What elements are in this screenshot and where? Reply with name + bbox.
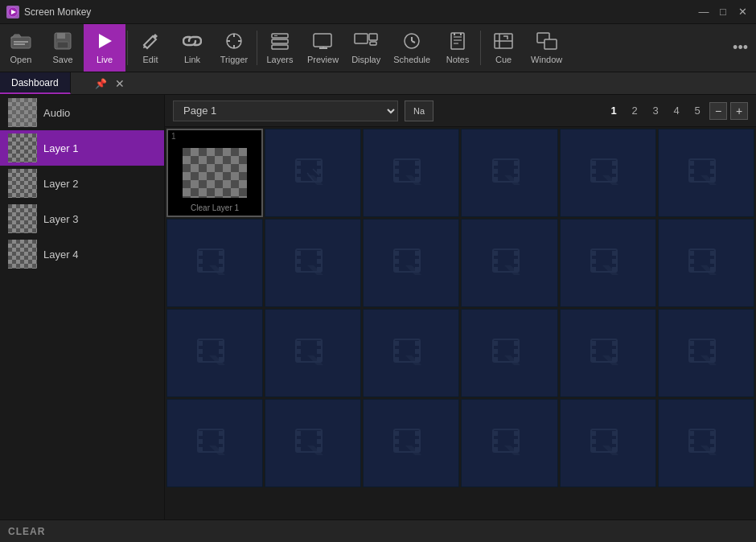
- table-row[interactable]: [461, 399, 557, 487]
- svg-rect-46: [394, 161, 399, 166]
- sidebar-item-layer1[interactable]: Layer 1: [0, 130, 164, 166]
- cue-button[interactable]: Cue: [483, 24, 524, 72]
- svg-rect-176: [415, 439, 420, 444]
- svg-rect-131: [394, 349, 399, 354]
- table-row[interactable]: [265, 219, 361, 307]
- svg-rect-53: [493, 161, 498, 166]
- svg-rect-174: [394, 447, 399, 452]
- layer4-thumb: [8, 240, 37, 269]
- link-button[interactable]: Link: [171, 24, 213, 72]
- app-icon: [6, 6, 19, 18]
- table-row[interactable]: [560, 399, 656, 487]
- svg-rect-37: [296, 161, 301, 166]
- svg-rect-88: [394, 251, 399, 256]
- grid-wrapper[interactable]: 1 Clear Layer 1: [165, 127, 756, 519]
- svg-rect-113: [710, 259, 715, 264]
- title-bar: Screen Monkey — □ ✕: [0, 0, 756, 24]
- svg-rect-83: [296, 267, 301, 272]
- film-icon: [686, 423, 726, 463]
- table-row[interactable]: [658, 219, 754, 307]
- close-tab-icon[interactable]: ✕: [115, 77, 125, 90]
- notes-button[interactable]: Notes: [437, 24, 479, 72]
- edit-button[interactable]: Edit: [129, 24, 171, 72]
- svg-rect-68: [689, 169, 694, 174]
- table-row[interactable]: [363, 309, 459, 397]
- film-icon: [391, 243, 431, 283]
- page-num-3[interactable]: 3: [647, 102, 664, 120]
- sidebar-item-layer2[interactable]: Layer 2: [0, 166, 164, 201]
- trigger-button[interactable]: Trigger: [213, 24, 255, 72]
- svg-rect-55: [493, 177, 498, 182]
- svg-rect-103: [591, 259, 596, 264]
- app-title: Screen Monkey: [24, 6, 696, 18]
- table-row[interactable]: [166, 219, 263, 307]
- film-icon: [686, 153, 726, 193]
- table-row[interactable]: [166, 309, 263, 397]
- svg-rect-60: [591, 161, 596, 166]
- display-icon: [354, 32, 378, 53]
- maximize-button[interactable]: □: [716, 5, 730, 19]
- svg-rect-69: [689, 177, 694, 182]
- page-minus-button[interactable]: −: [709, 102, 727, 120]
- svg-rect-4: [57, 33, 65, 39]
- page-num-5[interactable]: 5: [688, 102, 706, 120]
- svg-rect-96: [493, 259, 498, 264]
- schedule-button[interactable]: Schedule: [387, 24, 437, 72]
- sidebar-item-layer3[interactable]: Layer 3: [0, 201, 164, 236]
- svg-rect-102: [591, 251, 596, 256]
- live-button[interactable]: Live: [84, 24, 125, 72]
- page-num-1[interactable]: 1: [605, 102, 622, 120]
- table-row[interactable]: [461, 309, 557, 397]
- page-plus-button[interactable]: +: [730, 102, 748, 120]
- svg-rect-148: [612, 349, 617, 354]
- minimize-button[interactable]: —: [696, 5, 711, 19]
- svg-rect-70: [710, 161, 715, 166]
- main-area: Audio Layer 1 Layer 2 Layer 3 Layer 4 Pa…: [0, 95, 756, 519]
- page-name-input[interactable]: [405, 101, 433, 121]
- display-button[interactable]: Display: [345, 24, 387, 72]
- save-button[interactable]: Save: [42, 24, 84, 72]
- clear-layer-thumb: [183, 148, 247, 198]
- table-row[interactable]: [166, 399, 263, 487]
- table-row[interactable]: [363, 219, 459, 307]
- film-icon: [588, 153, 628, 193]
- svg-rect-167: [296, 447, 301, 452]
- table-row[interactable]: [363, 399, 459, 487]
- table-row[interactable]: [560, 219, 656, 307]
- layer3-thumb: [8, 204, 37, 233]
- svg-rect-63: [612, 161, 617, 166]
- open-button[interactable]: Open: [0, 24, 42, 72]
- table-row[interactable]: [560, 309, 656, 397]
- svg-rect-140: [514, 341, 519, 346]
- table-row[interactable]: [265, 129, 361, 217]
- table-row[interactable]: [658, 399, 754, 487]
- svg-rect-196: [710, 431, 715, 436]
- page-num-4[interactable]: 4: [668, 102, 685, 120]
- more-button[interactable]: •••: [725, 24, 756, 72]
- svg-rect-71: [710, 169, 715, 174]
- sidebar-item-layer4[interactable]: Layer 4: [0, 236, 164, 272]
- layers-button[interactable]: Layers: [259, 24, 301, 72]
- table-row[interactable]: [461, 219, 557, 307]
- svg-rect-119: [219, 341, 224, 346]
- sidebar-item-audio[interactable]: Audio: [0, 95, 164, 130]
- table-row[interactable]: [560, 129, 656, 217]
- live-label: Live: [97, 55, 113, 64]
- cell-clear-layer1[interactable]: 1 Clear Layer 1: [166, 129, 263, 217]
- preview-button[interactable]: Preview: [301, 24, 345, 72]
- window-button[interactable]: Window: [524, 24, 569, 72]
- table-row[interactable]: [658, 129, 754, 217]
- table-row[interactable]: [265, 399, 361, 487]
- page-select[interactable]: Page 1: [173, 101, 398, 121]
- table-row[interactable]: [658, 309, 754, 397]
- table-row[interactable]: [265, 309, 361, 397]
- svg-rect-117: [198, 349, 203, 354]
- tab-dashboard[interactable]: Dashboard: [0, 72, 71, 94]
- close-button[interactable]: ✕: [735, 5, 750, 19]
- table-row[interactable]: [363, 129, 459, 217]
- page-num-2[interactable]: 2: [626, 102, 643, 120]
- window-controls: — □ ✕: [696, 5, 750, 19]
- svg-rect-54: [493, 169, 498, 174]
- table-row[interactable]: [461, 129, 557, 217]
- preview-icon: [313, 32, 334, 53]
